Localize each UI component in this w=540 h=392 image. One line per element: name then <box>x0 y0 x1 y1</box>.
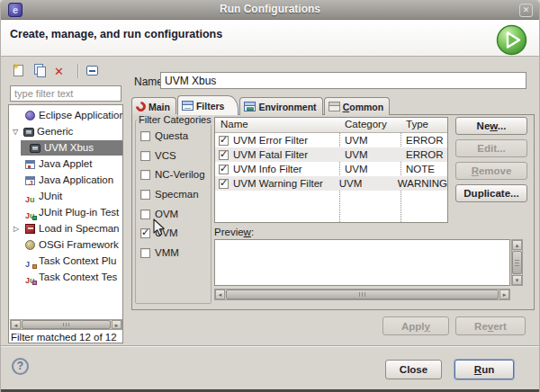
new-configuration-icon: ✦ <box>14 65 23 76</box>
tab-main[interactable]: Main <box>131 97 176 115</box>
environment-tab-icon <box>244 102 256 111</box>
preview-horizontal-scrollbar[interactable]: ◂ ▸ <box>214 289 510 300</box>
title-bar[interactable]: Run Configurations ✕ <box>1 0 539 20</box>
tab-bar: Main Filters Environment Common <box>131 95 391 115</box>
scrollbar-thumb[interactable] <box>226 290 499 299</box>
tab-environment[interactable]: Environment <box>239 97 322 115</box>
table-row[interactable]: UVM Info Filter UVM NOTE <box>215 162 447 176</box>
tree-item-junit[interactable]: JUnit <box>9 189 122 204</box>
badge-icon <box>32 281 37 285</box>
cell-category: UVM <box>339 164 400 174</box>
expander-expanded-icon[interactable]: ▽ <box>13 124 18 139</box>
filters-table: Name Category Type UVM Error Filter UVM … <box>214 117 448 223</box>
scroll-up-arrow[interactable]: ▴ <box>512 240 522 250</box>
row-checkbox-checked[interactable] <box>219 165 229 174</box>
checkbox[interactable] <box>140 190 150 200</box>
tab-common[interactable]: Common <box>324 97 391 115</box>
tree-item-task-context-test[interactable]: Task Context Tes <box>9 270 122 285</box>
cell-name: UVM Warning Filter <box>233 178 323 189</box>
checkbox-label: Questa <box>155 130 188 141</box>
close-button[interactable]: Close <box>385 360 442 379</box>
column-header-category[interactable]: Category <box>339 118 400 132</box>
checkbox[interactable] <box>140 151 150 161</box>
junit-icon <box>25 192 36 202</box>
scroll-right-arrow[interactable]: ▸ <box>500 290 509 299</box>
checkbox-questa[interactable]: Questa <box>140 130 188 141</box>
run-button[interactable]: Run <box>454 360 514 379</box>
cell-type: ERROR <box>400 149 447 160</box>
remove-filter-button[interactable]: Remove <box>455 162 527 180</box>
cell-category: UVM <box>339 149 400 160</box>
column-header-name[interactable]: Name <box>215 118 339 132</box>
edit-filter-button[interactable]: Edit... <box>455 139 527 157</box>
table-header[interactable]: Name Category Type <box>215 118 447 133</box>
thumb-grip <box>63 323 70 326</box>
collapse-all-icon <box>86 66 98 76</box>
cell-category: UVM <box>334 178 392 189</box>
cell-type: NOTE <box>400 164 447 174</box>
table-row[interactable]: UVM Fatal Filter UVM ERROR <box>215 147 447 162</box>
scroll-left-arrow[interactable]: ◂ <box>215 290 225 299</box>
row-checkbox-checked[interactable] <box>219 136 229 146</box>
tree-item-java-application[interactable]: Java Application <box>9 173 122 188</box>
delete-configuration-button[interactable]: ✕ <box>54 63 70 79</box>
osgi-framework-icon <box>25 240 35 250</box>
checkbox-nc-verilog[interactable]: NC-Verilog <box>140 169 205 180</box>
eclipse-application-icon <box>25 111 35 120</box>
tree-item-label: Generic <box>37 124 73 139</box>
window-close-button[interactable]: ✕ <box>519 4 533 17</box>
tree-item-load-in-specman[interactable]: ▷ Load in Specman <box>9 221 122 236</box>
checkbox-checked[interactable] <box>140 228 150 238</box>
tree-item-generic[interactable]: ▽ Generic <box>9 124 122 139</box>
tree-item-label: UVM Xbus <box>44 140 94 156</box>
tree-item-osgi-framework[interactable]: OSGi Framework <box>9 237 122 253</box>
duplicate-filter-button[interactable]: Duplicate... <box>455 184 527 202</box>
collapse-all-button[interactable] <box>85 63 101 79</box>
junit-plugin-test-icon <box>25 208 36 218</box>
footer-separator <box>1 345 539 347</box>
scrollbar-thumb[interactable] <box>22 320 111 329</box>
column-header-type[interactable]: Type <box>400 118 447 132</box>
tree-horizontal-scrollbar[interactable]: ◂ ▸ <box>10 319 122 330</box>
scroll-left-arrow[interactable]: ◂ <box>11 320 21 329</box>
tree-item-eclipse-application[interactable]: Eclipse Application <box>9 108 122 123</box>
expander-collapsed-icon[interactable]: ▷ <box>14 221 19 236</box>
revert-button[interactable]: Revert <box>455 316 526 335</box>
new-configuration-button[interactable]: ✦ <box>11 63 27 79</box>
row-checkbox-checked[interactable] <box>219 179 229 189</box>
badge-icon <box>32 264 37 269</box>
table-row[interactable]: UVM Warning Filter UVM WARNING <box>215 176 447 191</box>
tree-item-task-context-plugin[interactable]: Task Context Plu <box>9 254 122 269</box>
tab-filters[interactable]: Filters <box>177 95 239 115</box>
table-row[interactable]: UVM Error Filter UVM ERROR <box>215 133 447 147</box>
checkbox-vcs[interactable]: VCS <box>140 150 176 161</box>
scroll-down-arrow[interactable]: ▾ <box>512 275 522 285</box>
name-input[interactable] <box>160 72 526 89</box>
checkbox-vmm[interactable]: VMM <box>140 247 179 258</box>
tree-item-java-applet[interactable]: Java Applet <box>9 156 122 172</box>
new-filter-button[interactable]: New... <box>455 117 527 135</box>
apply-button[interactable]: Apply <box>382 316 449 335</box>
tree-rows: Eclipse Application ▽ Generic UVM Xbus J… <box>9 105 122 318</box>
java-application-icon <box>25 176 35 185</box>
generic-type-icon <box>23 128 34 137</box>
preview-vertical-scrollbar[interactable]: ▴ ▾ <box>511 239 523 286</box>
tree-item-junit-plugin-test[interactable]: JUnit Plug-in Test <box>9 205 122 220</box>
checkbox[interactable] <box>140 131 150 141</box>
run-play-icon <box>496 24 527 56</box>
scrollbar-thumb[interactable] <box>512 251 522 274</box>
duplicate-configuration-button[interactable] <box>32 63 49 79</box>
filter-matched-status: Filter matched 12 of 12 <box>11 332 117 343</box>
tree-item-uvm-xbus-selected[interactable]: UVM Xbus <box>21 140 122 156</box>
row-checkbox-checked[interactable] <box>219 150 229 160</box>
checkbox[interactable] <box>140 248 150 258</box>
checkbox-specman[interactable]: Specman <box>140 189 199 200</box>
help-button[interactable]: ? <box>12 358 29 375</box>
checkbox[interactable] <box>140 170 150 180</box>
tree-filter-input[interactable] <box>10 85 122 102</box>
checkbox[interactable] <box>140 209 150 219</box>
tree-item-label: Task Context Plu <box>39 254 116 269</box>
thumb-grip <box>515 259 519 266</box>
preview-textarea[interactable] <box>214 239 510 286</box>
scroll-right-arrow[interactable]: ▸ <box>112 320 122 329</box>
